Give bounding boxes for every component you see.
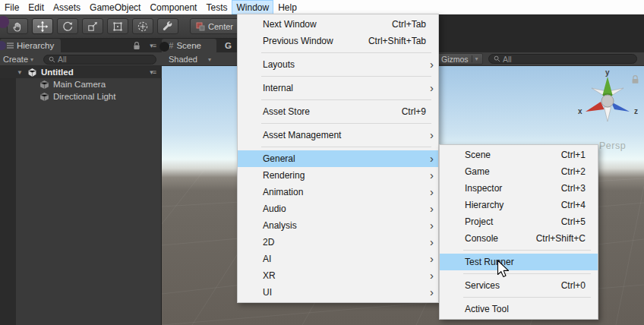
search-icon — [494, 55, 500, 62]
rect-transform-icon — [112, 21, 124, 33]
menu-item-asset-management[interactable]: Asset Management› — [238, 127, 438, 144]
shortcut-label: Ctrl+Shift+C — [519, 233, 586, 244]
menu-window[interactable]: Window — [232, 0, 273, 14]
submenu-arrow-icon: › — [430, 236, 434, 248]
tab-hierarchy-label: Hierarchy — [17, 41, 54, 50]
menu-item-next-window[interactable]: Next WindowCtrl+Tab — [238, 16, 438, 33]
tab-hierarchy[interactable]: Hierarchy — [0, 39, 61, 52]
submenu-arrow-icon: › — [430, 253, 434, 264]
axis-y-label: y — [605, 68, 610, 77]
projection-label[interactable]: Persp — [599, 140, 626, 151]
menu-item-previous-window[interactable]: Previous WindowCtrl+Shift+Tab — [238, 33, 438, 49]
search-icon — [49, 56, 55, 63]
caret-down-icon: ▾ — [208, 56, 211, 63]
menu-separator — [261, 147, 431, 147]
menu-file[interactable]: File — [0, 0, 24, 14]
cube-icon — [39, 92, 49, 102]
menu-tests[interactable]: Tests — [201, 0, 232, 14]
menu-separator — [261, 52, 431, 53]
move-tool-button[interactable] — [32, 18, 53, 34]
scale-tool-button[interactable] — [82, 18, 103, 34]
menu-item-game[interactable]: GameCtrl+2 — [440, 163, 598, 180]
pane-menu-icon[interactable]: ▾≡ — [150, 43, 156, 49]
hierarchy-tab-bar: Hierarchy ▾≡ — [0, 39, 162, 52]
gizmos-dropdown[interactable]: Gizmos ▾ — [437, 53, 483, 65]
hierarchy-search-input[interactable]: All — [43, 55, 156, 65]
submenu-arrow-icon: › — [430, 82, 434, 93]
menu-item-rendering[interactable]: Rendering› — [238, 167, 438, 184]
tab-game-partial[interactable]: G — [225, 41, 232, 51]
menu-item-2d[interactable]: 2D› — [238, 234, 438, 251]
menu-item-scene[interactable]: SceneCtrl+1 — [440, 147, 598, 163]
menu-separator — [463, 250, 591, 251]
menu-item-active-tool[interactable]: Active Tool — [440, 301, 598, 317]
submenu-arrow-icon: › — [430, 286, 434, 298]
menu-item-asset-store[interactable]: Asset StoreCtrl+9 — [238, 103, 438, 120]
menu-item-xr[interactable]: XR› — [238, 267, 438, 284]
menu-component[interactable]: Component — [145, 0, 201, 14]
scene-pane-menu-icon[interactable]: ▾≡ — [150, 69, 156, 76]
menu-help[interactable]: Help — [273, 0, 301, 14]
shortcut-label: Ctrl+Shift+Tab — [352, 36, 426, 46]
shortcut-label: Ctrl+5 — [545, 216, 586, 227]
foldout-arrow-icon[interactable]: ▼ — [17, 69, 23, 76]
move-icon — [36, 21, 49, 33]
menu-item-analysis[interactable]: Analysis› — [238, 217, 438, 234]
hierarchy-left-gutter — [0, 78, 16, 325]
hierarchy-item-main-camera[interactable]: Main Camera — [16, 78, 161, 90]
shortcut-label: Ctrl+Tab — [375, 19, 426, 30]
submenu-arrow-icon: › — [430, 129, 434, 140]
general-submenu-dropdown: SceneCtrl+1 GameCtrl+2 InspectorCtrl+3 H… — [439, 144, 598, 320]
submenu-arrow-icon: › — [430, 169, 434, 181]
menu-item-general[interactable]: General› — [238, 150, 438, 167]
pivot-icon — [196, 22, 205, 31]
draw-mode-dropdown[interactable]: Shaded ▾ — [169, 53, 211, 65]
menu-item-test-runner[interactable]: Test Runner — [440, 254, 598, 270]
rotate-tool-button[interactable] — [57, 18, 78, 34]
tab-scene[interactable]: # Scene — [162, 39, 216, 52]
menu-item-ai[interactable]: AI› — [238, 251, 438, 267]
menu-item-internal[interactable]: Internal› — [238, 80, 438, 96]
submenu-arrow-icon: › — [430, 58, 434, 70]
unity-scene-icon — [27, 68, 37, 77]
menu-edit[interactable]: Edit — [24, 0, 49, 14]
shortcut-label: Ctrl+3 — [545, 183, 586, 194]
axis-x-label: x — [578, 107, 582, 115]
toolbar-dark-region — [439, 14, 644, 52]
menu-separator — [261, 99, 431, 100]
pivot-center-button[interactable]: Center — [190, 18, 239, 34]
custom-tool-button[interactable] — [157, 18, 178, 34]
lock-icon[interactable] — [133, 42, 140, 50]
menu-item-layouts[interactable]: Layouts› — [238, 56, 438, 73]
menu-assets[interactable]: Assets — [49, 0, 85, 14]
menu-item-audio[interactable]: Audio› — [238, 200, 438, 217]
hand-icon — [11, 21, 24, 33]
transform-tool-button[interactable] — [132, 18, 153, 34]
menu-item-animation[interactable]: Animation› — [238, 184, 438, 200]
menu-item-hierarchy[interactable]: HierarchyCtrl+4 — [440, 197, 598, 213]
rect-tool-button[interactable] — [107, 18, 128, 34]
wrench-icon — [162, 21, 174, 33]
scene-row-untitled[interactable]: ▼ Untitled ▾≡ — [0, 66, 162, 78]
cube-icon — [39, 80, 49, 90]
scale-icon — [87, 21, 99, 33]
menu-item-console[interactable]: ConsoleCtrl+Shift+C — [440, 230, 598, 247]
submenu-arrow-icon: › — [430, 186, 434, 197]
submenu-arrow-icon: › — [430, 219, 434, 231]
rotate-icon — [62, 21, 74, 33]
viewport-lock-icon[interactable] — [631, 75, 639, 84]
menu-item-project[interactable]: ProjectCtrl+5 — [440, 213, 598, 230]
shortcut-label: Ctrl+9 — [385, 106, 426, 117]
hierarchy-item-directional-light[interactable]: Directional Light — [16, 90, 161, 103]
axis-z-label: z — [634, 107, 638, 115]
menu-item-inspector[interactable]: InspectorCtrl+3 — [440, 180, 598, 197]
menu-item-ui[interactable]: UI› — [238, 284, 438, 301]
panel-lines-icon — [7, 43, 14, 49]
menu-gameobject[interactable]: GameObject — [85, 0, 145, 14]
scene-search-input[interactable]: All — [488, 54, 637, 64]
create-button[interactable]: Create ▾ — [3, 53, 33, 65]
menu-item-services[interactable]: ServicesCtrl+0 — [440, 277, 598, 294]
hand-tool-button[interactable] — [7, 18, 28, 34]
shortcut-label: Ctrl+2 — [545, 166, 586, 177]
menu-separator — [463, 297, 591, 298]
